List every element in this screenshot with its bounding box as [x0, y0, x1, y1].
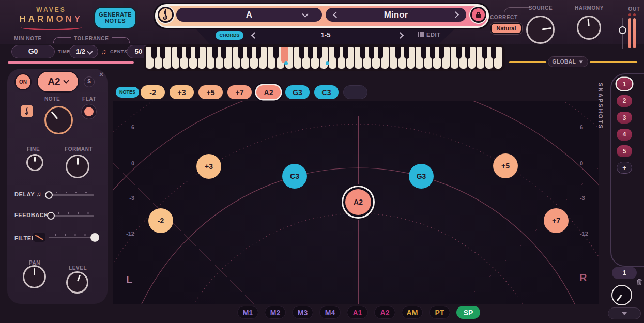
piano-black-key[interactable] [465, 47, 470, 59]
filter-slider-handle[interactable] [90, 233, 99, 242]
note-pill-empty[interactable] [343, 85, 367, 99]
piano-black-key[interactable] [212, 47, 218, 59]
level-knob[interactable] [66, 271, 88, 294]
piano-black-key[interactable] [404, 47, 409, 59]
note-pill-+7[interactable]: +7 [227, 85, 252, 99]
delay-slider[interactable] [45, 194, 94, 196]
voice-close-icon[interactable]: × [99, 70, 103, 79]
piano-key-highlighted[interactable] [281, 47, 288, 63]
add-snapshot-button[interactable]: + [617, 162, 632, 174]
piano-black-key[interactable] [160, 47, 165, 59]
harmony-knob[interactable] [577, 16, 601, 40]
piano-black-key[interactable] [439, 47, 444, 59]
pan-knob[interactable] [23, 265, 46, 288]
piano-black-key[interactable] [456, 47, 462, 59]
piano-black-key[interactable] [247, 47, 252, 59]
out-slider-thumb[interactable] [619, 26, 626, 34]
piano-black-key[interactable] [395, 47, 401, 59]
snapshot-button-5[interactable]: 5 [617, 145, 632, 157]
filter-slider[interactable] [49, 237, 94, 238]
lock-icon[interactable] [470, 7, 486, 23]
piano-black-key[interactable] [491, 47, 496, 59]
fine-knob[interactable] [26, 154, 43, 171]
note-pill-G3[interactable]: G3 [285, 85, 310, 99]
voice-tab-AM[interactable]: AM [402, 306, 423, 319]
piano-black-key[interactable] [430, 47, 435, 59]
voice-tab-M3[interactable]: M3 [292, 306, 313, 319]
piano-black-key[interactable] [221, 47, 226, 59]
global-dropdown[interactable]: GLOBAL [548, 56, 588, 67]
min-note-value[interactable]: G0 [11, 45, 55, 58]
piano-black-key[interactable] [177, 47, 182, 59]
radar-node-A2[interactable]: A2 [345, 189, 371, 215]
piano-black-key[interactable] [299, 47, 304, 59]
edit-chords-button[interactable]: EDIT [418, 32, 440, 38]
note-pill-C3[interactable]: C3 [314, 85, 339, 99]
piano-black-key[interactable] [238, 47, 243, 59]
generate-notes-button[interactable]: GENERATE NOTES [94, 7, 136, 29]
radar-node-G3[interactable]: G3 [409, 164, 434, 189]
source-knob[interactable] [526, 16, 555, 44]
piano-black-key[interactable] [369, 47, 374, 59]
piano-black-key[interactable] [334, 47, 340, 59]
time-select[interactable]: 1/2 [69, 45, 98, 58]
snapshot-button-1[interactable]: 1 [617, 78, 632, 90]
piano-black-key[interactable] [343, 47, 348, 59]
voice-tab-SP[interactable]: SP [456, 306, 480, 319]
note-pill-A2[interactable]: A2 [256, 85, 281, 99]
morph-knob[interactable] [611, 285, 632, 305]
formant-label: FORMANT [65, 146, 93, 152]
note-pill-+5[interactable]: +5 [198, 85, 223, 99]
edit-label: EDIT [426, 32, 440, 38]
collapse-panel-button[interactable] [608, 307, 641, 319]
voice-tab-PT[interactable]: PT [429, 306, 450, 319]
voice-tab-M4[interactable]: M4 [319, 306, 341, 319]
snapshot-button-2[interactable]: 2 [617, 95, 632, 107]
voice-on-button[interactable]: ON [14, 73, 32, 90]
piano-black-key[interactable] [421, 47, 426, 59]
voice-tab-A2[interactable]: A2 [374, 306, 395, 319]
radar-node-+3[interactable]: +3 [196, 154, 221, 179]
piano-black-key[interactable] [308, 47, 313, 59]
flat-toggle[interactable] [81, 104, 97, 119]
note-pill-+3[interactable]: +3 [170, 85, 194, 99]
voice-tabs-row: M1M2M3M4A1A2AMPTSP [237, 306, 480, 319]
piano-black-key[interactable] [186, 47, 191, 59]
voice-tab-A1[interactable]: A1 [347, 306, 368, 319]
radar-node-+5[interactable]: +5 [493, 153, 518, 178]
radar-node-C3[interactable]: C3 [282, 164, 307, 189]
trash-icon[interactable] [636, 279, 642, 285]
note-knob[interactable] [44, 106, 73, 134]
note-pill--2[interactable]: -2 [141, 85, 165, 99]
db-label: -3 [119, 195, 134, 201]
piano-black-key[interactable] [482, 47, 487, 59]
delay-slider-handle[interactable] [45, 191, 53, 199]
formant-knob[interactable] [66, 155, 89, 178]
piano-black-key[interactable] [256, 47, 261, 59]
scale-prev-chevron-icon[interactable] [333, 11, 340, 18]
piano-black-key[interactable] [378, 47, 383, 59]
feedback-ticks [54, 212, 94, 214]
piano-black-key[interactable] [151, 47, 157, 59]
snapshot-value-pill[interactable]: 1 [612, 267, 637, 279]
piano-black-key[interactable] [195, 47, 200, 59]
voice-clef-icon[interactable] [21, 105, 33, 117]
chords-badge[interactable]: CHORDS [216, 31, 243, 40]
feedback-slider-handle[interactable] [47, 212, 55, 220]
radar-node-+7[interactable]: +7 [544, 208, 569, 233]
voice-solo-button[interactable]: S [84, 76, 95, 87]
filter-curve-icon[interactable] [33, 233, 45, 242]
scale-next-chevron-icon[interactable] [452, 11, 459, 18]
voice-tab-M1[interactable]: M1 [237, 306, 258, 319]
piano-black-key[interactable] [360, 47, 365, 59]
snapshot-button-3[interactable]: 3 [617, 112, 632, 124]
correct-mode-button[interactable]: Natural [490, 23, 522, 34]
voice-select[interactable]: A2 [37, 71, 79, 93]
piano-black-key[interactable] [273, 47, 279, 59]
key-select[interactable]: A [176, 8, 322, 22]
voice-tab-M2[interactable]: M2 [265, 306, 286, 319]
snapshot-button-4[interactable]: 4 [617, 129, 632, 141]
radar-node--2[interactable]: -2 [148, 208, 173, 233]
waves-harmony-plugin-window: WAVES HARMONY GENERATE NOTES A Minor CHO… [0, 0, 644, 323]
piano-black-key[interactable] [317, 47, 322, 59]
